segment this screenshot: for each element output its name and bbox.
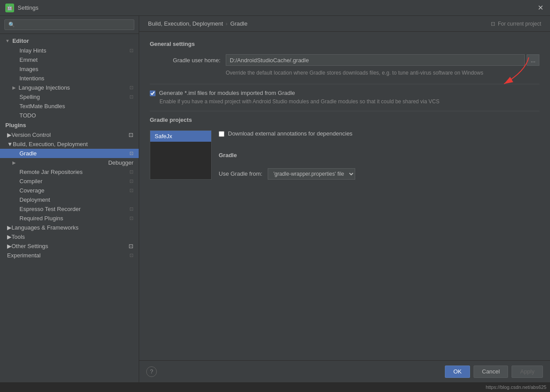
remote-jar-label: Remote Jar Repositories — [19, 169, 83, 175]
spelling-copy-icon: ⊡ — [129, 94, 133, 100]
sidebar-item-todo[interactable]: TODO — [0, 111, 139, 120]
sidebar-item-textmate-bundles[interactable]: TextMate Bundles — [0, 102, 139, 111]
required-plugins-copy-icon: ⊡ — [129, 215, 133, 221]
espresso-label: Espresso Test Recorder — [19, 206, 81, 212]
content-area: ▼ Editor Inlay Hints ⊡ Emmet Images Inte… — [0, 16, 550, 382]
sidebar-item-gradle[interactable]: Gradle ⊡ — [0, 149, 139, 158]
coverage-label: Coverage — [19, 187, 44, 194]
apply-button[interactable]: Apply — [512, 366, 543, 378]
other-settings-copy-icon: ⊡ — [129, 243, 133, 249]
sidebar-item-coverage[interactable]: Coverage ⊡ — [0, 186, 139, 195]
languages-frameworks-label: Languages & Frameworks — [11, 224, 79, 231]
gradle-projects-title: Gradle projects — [150, 117, 539, 123]
sidebar-item-language-injections[interactable]: ▶ Language Injections ⊡ — [0, 83, 139, 92]
compiler-label: Compiler — [19, 178, 42, 185]
project-icon: ⊡ — [491, 21, 495, 27]
sidebar-tree: ▼ Editor Inlay Hints ⊡ Emmet Images Inte… — [0, 34, 139, 382]
todo-label: TODO — [19, 112, 36, 119]
gradle-user-home-label: Gradle user home: — [150, 57, 220, 64]
version-control-label: Version Control — [11, 132, 51, 138]
sidebar-item-languages-frameworks[interactable]: ▶ Languages & Frameworks — [0, 223, 139, 232]
sidebar-item-editor[interactable]: ▼ Editor — [0, 36, 139, 46]
breadcrumb: Build, Execution, Deployment › Gradle ⊡ … — [139, 16, 550, 32]
sidebar: ▼ Editor Inlay Hints ⊡ Emmet Images Inte… — [0, 16, 139, 382]
sidebar-item-version-control[interactable]: ▶ Version Control ⊡ — [0, 130, 139, 139]
build-arrow: ▼ — [7, 141, 13, 147]
status-bar: https://blog.csdn.net/abs625 — [0, 382, 550, 392]
debugger-arrow: ▶ — [12, 160, 16, 165]
espresso-copy-icon: ⊡ — [129, 206, 133, 212]
inlay-hints-label: Inlay Hints — [19, 47, 46, 54]
sidebar-item-inlay-hints[interactable]: Inlay Hints ⊡ — [0, 46, 139, 55]
project-list-item-safejx[interactable]: SafeJx — [150, 131, 211, 142]
gradle-home-hint: Override the default location where Grad… — [226, 69, 539, 77]
generate-iml-checkbox[interactable] — [150, 90, 156, 96]
experimental-copy-icon: ⊡ — [129, 253, 133, 258]
editor-collapse-arrow: ▼ — [5, 38, 10, 43]
breadcrumb-separator: › — [226, 20, 228, 27]
generate-iml-row: Generate *.iml files for modules importe… — [150, 90, 539, 96]
sidebar-item-experimental[interactable]: Experimental ⊡ — [0, 251, 139, 260]
help-button[interactable]: ? — [146, 366, 157, 377]
settings-window: 🤖 Settings ✕ ▼ Editor Inlay Hints ⊡ — [0, 0, 550, 392]
sidebar-item-build-execution[interactable]: ▼ Build, Execution, Deployment — [0, 139, 139, 149]
sidebar-item-remote-jar[interactable]: Remote Jar Repositories ⊡ — [0, 167, 139, 177]
sidebar-item-intentions[interactable]: Intentions — [0, 74, 139, 83]
remote-jar-copy-icon: ⊡ — [129, 169, 133, 175]
gradle-projects-area: SafeJx Download external annotations for… — [150, 130, 539, 180]
language-injections-label: Language Injections — [19, 84, 128, 91]
lf-arrow: ▶ — [7, 224, 11, 231]
download-annotations-checkbox[interactable] — [219, 131, 224, 137]
sidebar-item-spelling[interactable]: Spelling ⊡ — [0, 92, 139, 102]
breadcrumb-current: Gradle — [230, 20, 247, 27]
use-gradle-from-label: Use Gradle from: — [219, 170, 262, 177]
editor-label: Editor — [12, 38, 29, 44]
settings-panel: General settings Gradle user home: ... O… — [139, 32, 550, 360]
lang-inject-copy-icon: ⊡ — [129, 85, 133, 90]
divider-2 — [150, 111, 539, 111]
experimental-label: Experimental — [7, 252, 41, 259]
required-plugins-label: Required Plugins — [19, 215, 63, 222]
for-current-project: ⊡ For current project — [491, 21, 541, 27]
spelling-label: Spelling — [19, 94, 40, 100]
textmate-bundles-label: TextMate Bundles — [19, 103, 65, 109]
compiler-copy-icon: ⊡ — [129, 178, 133, 184]
for-current-project-label: For current project — [498, 21, 541, 27]
project-list: SafeJx — [150, 130, 212, 180]
sidebar-item-required-plugins[interactable]: Required Plugins ⊡ — [0, 214, 139, 223]
sidebar-item-images[interactable]: Images — [0, 64, 139, 74]
gradle-user-home-input[interactable] — [226, 54, 525, 66]
debugger-label: Debugger — [108, 159, 133, 166]
os-arrow: ▶ — [7, 243, 11, 249]
search-box — [0, 16, 139, 34]
bottom-bar: ? OK Cancel Apply — [139, 360, 550, 382]
sidebar-item-emmet[interactable]: Emmet — [0, 55, 139, 64]
sidebar-item-compiler[interactable]: Compiler ⊡ — [0, 177, 139, 186]
intentions-label: Intentions — [19, 75, 44, 82]
other-settings-label: Other Settings — [11, 243, 48, 249]
general-settings-title: General settings — [150, 41, 539, 47]
search-input[interactable] — [4, 19, 134, 30]
use-gradle-from-row: Use Gradle from: 'gradle-wrapper.propert… — [219, 168, 539, 180]
sidebar-item-deployment[interactable]: Deployment — [0, 195, 139, 204]
ok-button[interactable]: OK — [445, 366, 470, 378]
sidebar-item-other-settings[interactable]: ▶ Other Settings ⊡ — [0, 241, 139, 251]
sidebar-item-tools[interactable]: ▶ Tools — [0, 232, 139, 241]
sidebar-item-debugger[interactable]: ▶ Debugger — [0, 158, 139, 167]
coverage-copy-icon: ⊡ — [129, 188, 133, 193]
main-content: Build, Execution, Deployment › Gradle ⊡ … — [139, 16, 550, 382]
close-button[interactable]: ✕ — [536, 4, 545, 12]
gradle-copy-icon: ⊡ — [129, 151, 133, 156]
plugins-label: Plugins — [5, 122, 26, 128]
title-bar: 🤖 Settings ✕ — [0, 0, 550, 16]
tools-label: Tools — [11, 234, 25, 240]
generate-iml-hint: Enable if you have a mixed project with … — [159, 98, 539, 106]
gradle-user-home-row: Gradle user home: ... — [150, 54, 539, 66]
sidebar-item-plugins[interactable]: Plugins — [0, 120, 139, 130]
cancel-button[interactable]: Cancel — [474, 366, 508, 378]
gradle-from-dropdown[interactable]: 'gradle-wrapper.properties' file Specifi… — [268, 168, 355, 180]
deployment-label: Deployment — [19, 196, 50, 203]
emmet-label: Emmet — [19, 57, 38, 63]
browse-button[interactable]: ... — [527, 54, 539, 66]
sidebar-item-espresso[interactable]: Espresso Test Recorder ⊡ — [0, 204, 139, 214]
